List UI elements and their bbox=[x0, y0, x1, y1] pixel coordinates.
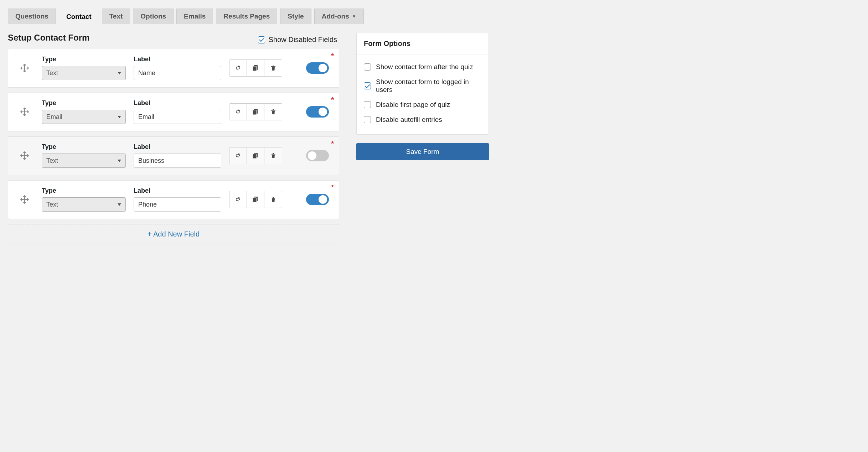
drag-handle[interactable] bbox=[15, 63, 34, 73]
option-row: Show contact form to logged in users bbox=[364, 74, 481, 97]
settings-button[interactable] bbox=[229, 191, 247, 208]
enable-toggle[interactable] bbox=[306, 106, 329, 118]
option-checkbox[interactable] bbox=[364, 116, 371, 123]
label-header: Label bbox=[134, 56, 221, 63]
field-row: * Type Text Label bbox=[8, 136, 339, 175]
required-indicator: * bbox=[331, 96, 334, 104]
settings-button[interactable] bbox=[229, 60, 247, 76]
delete-button[interactable] bbox=[264, 104, 282, 120]
option-checkbox[interactable] bbox=[364, 82, 371, 89]
form-options-panel: Form Options Show contact form after the… bbox=[356, 33, 489, 135]
label-input[interactable] bbox=[134, 66, 221, 80]
settings-button[interactable] bbox=[229, 147, 247, 164]
enable-toggle[interactable] bbox=[306, 150, 329, 161]
option-row: Disable autofill entries bbox=[364, 112, 481, 127]
field-actions bbox=[229, 191, 282, 208]
option-row: Show contact form after the quiz bbox=[364, 59, 481, 74]
type-select[interactable]: Text bbox=[42, 197, 126, 212]
option-row: Disable first page of quiz bbox=[364, 97, 481, 112]
type-select[interactable]: Text bbox=[42, 154, 126, 168]
drag-handle[interactable] bbox=[15, 151, 34, 161]
option-label: Disable first page of quiz bbox=[376, 101, 450, 109]
tab-style[interactable]: Style bbox=[280, 9, 311, 24]
delete-button[interactable] bbox=[264, 60, 282, 76]
type-header: Type bbox=[42, 143, 126, 151]
chevron-down-icon bbox=[118, 160, 121, 162]
label-header: Label bbox=[134, 143, 221, 151]
delete-button[interactable] bbox=[264, 147, 282, 164]
tab-options[interactable]: Options bbox=[133, 9, 174, 24]
form-options-title: Form Options bbox=[357, 33, 489, 54]
tab-addons[interactable]: Add-ons▼ bbox=[314, 9, 364, 24]
type-header: Type bbox=[42, 99, 126, 107]
duplicate-button[interactable] bbox=[247, 147, 264, 164]
label-input[interactable] bbox=[134, 110, 221, 124]
drag-handle[interactable] bbox=[15, 194, 34, 204]
field-row: * Type Email Label bbox=[8, 93, 339, 131]
enable-toggle[interactable] bbox=[306, 62, 329, 74]
tab-bar: QuestionsContactTextOptionsEmailsResults… bbox=[0, 0, 868, 24]
option-label: Show contact form after the quiz bbox=[376, 63, 473, 71]
chevron-down-icon bbox=[118, 116, 121, 118]
duplicate-button[interactable] bbox=[247, 104, 264, 120]
add-new-field-button[interactable]: + Add New Field bbox=[8, 224, 339, 244]
label-input[interactable] bbox=[134, 197, 221, 212]
chevron-down-icon bbox=[118, 72, 121, 74]
label-header: Label bbox=[134, 187, 221, 194]
drag-handle[interactable] bbox=[15, 107, 34, 117]
chevron-down-icon: ▼ bbox=[352, 14, 356, 19]
required-indicator: * bbox=[331, 140, 334, 148]
tab-results[interactable]: Results Pages bbox=[216, 9, 277, 24]
type-select[interactable]: Text bbox=[42, 66, 126, 80]
settings-button[interactable] bbox=[229, 104, 247, 120]
show-disabled-checkbox[interactable] bbox=[258, 36, 265, 43]
required-indicator: * bbox=[331, 52, 334, 60]
duplicate-button[interactable] bbox=[247, 191, 264, 208]
type-select[interactable]: Email bbox=[42, 110, 126, 124]
label-input[interactable] bbox=[134, 154, 221, 168]
tab-emails[interactable]: Emails bbox=[176, 9, 213, 24]
tab-text[interactable]: Text bbox=[102, 9, 130, 24]
field-actions bbox=[229, 103, 282, 120]
option-checkbox[interactable] bbox=[364, 63, 371, 71]
required-indicator: * bbox=[331, 183, 334, 192]
duplicate-button[interactable] bbox=[247, 60, 264, 76]
option-checkbox[interactable] bbox=[364, 101, 371, 108]
save-form-button[interactable]: Save Form bbox=[356, 143, 489, 160]
show-disabled-label: Show Disabled Fields bbox=[269, 36, 337, 44]
field-actions bbox=[229, 59, 282, 77]
tab-questions[interactable]: Questions bbox=[8, 9, 56, 24]
field-row: * Type Text Label bbox=[8, 49, 339, 88]
type-header: Type bbox=[42, 187, 126, 194]
field-row: * Type Text Label bbox=[8, 180, 339, 219]
type-header: Type bbox=[42, 56, 126, 63]
tab-contact[interactable]: Contact bbox=[59, 9, 99, 24]
chevron-down-icon bbox=[118, 203, 121, 206]
delete-button[interactable] bbox=[264, 191, 282, 208]
option-label: Show contact form to logged in users bbox=[376, 78, 481, 94]
option-label: Disable autofill entries bbox=[376, 116, 442, 124]
enable-toggle[interactable] bbox=[306, 194, 329, 205]
field-actions bbox=[229, 147, 282, 164]
label-header: Label bbox=[134, 99, 221, 107]
